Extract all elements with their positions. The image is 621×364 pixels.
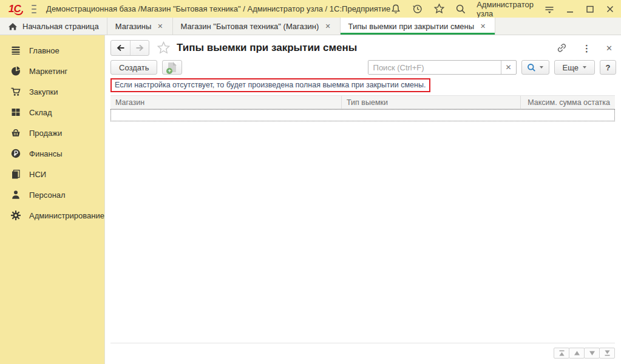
close-tab-icon[interactable]: ✕	[156, 22, 164, 31]
sidebar-item-warehouse[interactable]: Склад	[0, 102, 104, 123]
sidebar-item-nsi[interactable]: НСИ	[0, 164, 104, 184]
form-header: Типы выемки при закрытии смены ⋮ ✕	[110, 39, 616, 56]
minimize-button[interactable]	[565, 4, 575, 14]
favorites-star-icon[interactable]	[433, 3, 445, 15]
close-tab-icon[interactable]: ✕	[479, 22, 487, 31]
tab-home[interactable]: Начальная страница	[0, 18, 107, 35]
current-row-cursor[interactable]	[110, 109, 615, 121]
tab-removal-types[interactable]: Типы выемки при закрытии смены ✕	[341, 18, 496, 35]
column-header-max-balance[interactable]: Максим. сумма остатка	[521, 96, 615, 109]
search-settings-button[interactable]	[521, 60, 549, 75]
list-table: Магазин Тип выемки Максим. сумма остатка	[110, 95, 615, 343]
search-field-group: ✕	[368, 60, 517, 75]
window-title: Демонстрационная база /Магазин "Бытовая …	[46, 4, 390, 13]
open-windows-tabbar: Начальная страница Магазины ✕ Магазин "Б…	[0, 18, 621, 35]
go-up-button[interactable]	[569, 348, 585, 359]
column-header-removal-type[interactable]: Тип выемки	[342, 96, 521, 109]
sidebar-item-personnel[interactable]: Персонал	[0, 184, 104, 205]
global-search-icon[interactable]	[455, 4, 466, 15]
grid-boxes-icon	[10, 107, 21, 118]
chevron-down-icon	[583, 66, 586, 69]
back-button[interactable]	[111, 41, 130, 55]
more-actions-button[interactable]: Еще	[554, 60, 595, 75]
table-body[interactable]	[110, 109, 615, 343]
ruble-circle-icon	[10, 148, 21, 159]
clear-search-icon[interactable]: ✕	[501, 61, 516, 74]
person-icon	[10, 189, 21, 200]
service-menu-icon[interactable]	[544, 4, 555, 14]
more-menu-dots-icon[interactable]: ⋮	[582, 44, 591, 53]
gear-icon	[10, 210, 21, 221]
search-icon	[527, 63, 536, 72]
create-button[interactable]: Создать	[110, 60, 157, 75]
forward-button[interactable]	[130, 41, 149, 55]
go-down-button[interactable]	[584, 348, 600, 359]
list-navigation-buttons	[554, 348, 615, 359]
list-toolbar: Создать + ✕ Еще ?	[110, 59, 616, 75]
notifications-bell-icon[interactable]	[390, 4, 401, 15]
reference-books-icon	[10, 169, 21, 180]
form-panel: Типы выемки при закрытии смены ⋮ ✕ Созда…	[104, 35, 621, 364]
sidebar-item-sales[interactable]: Продажи	[0, 123, 104, 143]
tab-stores[interactable]: Магазины ✕	[107, 18, 173, 35]
cart-icon	[10, 86, 21, 97]
current-user-menu[interactable]: Администратор узла	[477, 0, 534, 18]
sidebar-item-purchases[interactable]: Закупки	[0, 81, 104, 102]
tab-store-appliances[interactable]: Магазин "Бытовая техника" (Магазин) ✕	[173, 18, 341, 35]
go-last-button[interactable]	[599, 348, 615, 359]
sidebar-item-marketing[interactable]: Маркетинг	[0, 61, 104, 81]
chevron-down-icon	[540, 66, 543, 69]
column-header-store[interactable]: Магазин	[110, 96, 342, 109]
main-menu-icon[interactable]	[32, 5, 36, 13]
page-title: Типы выемки при закрытии смены	[177, 42, 357, 54]
1c-logo: 1С	[8, 3, 21, 15]
close-form-icon[interactable]: ✕	[606, 44, 613, 53]
history-icon[interactable]	[412, 3, 423, 15]
close-tab-icon[interactable]: ✕	[324, 22, 331, 31]
home-icon	[8, 22, 18, 31]
help-button[interactable]: ?	[600, 60, 616, 75]
go-first-button[interactable]	[554, 348, 569, 359]
search-input[interactable]	[368, 61, 501, 74]
maximize-button[interactable]	[585, 4, 595, 14]
add-to-favorites-star-icon[interactable]	[157, 41, 171, 55]
list-lines-icon	[10, 45, 21, 56]
table-header-row: Магазин Тип выемки Максим. сумма остатка	[110, 95, 615, 109]
hint-message-highlighted: Если настройка отсутствует, то будет про…	[110, 78, 430, 92]
sidebar-item-administration[interactable]: Администрирование	[0, 205, 104, 226]
window-titlebar: 1С Демонстрационная база /Магазин "Бытов…	[0, 0, 621, 18]
sidebar-item-main[interactable]: Главное	[0, 40, 104, 61]
get-link-icon[interactable]	[555, 42, 568, 54]
new-document-plus-icon: +	[168, 62, 176, 72]
pie-chart-icon	[10, 66, 21, 76]
history-nav-group	[110, 40, 149, 56]
create-group-button[interactable]: +	[162, 60, 182, 75]
close-window-button[interactable]	[605, 4, 615, 14]
sidebar-item-finance[interactable]: Финансы	[0, 143, 104, 164]
basket-icon	[10, 127, 21, 138]
sections-sidebar: Главное Маркетинг Закупки Склад Продажи …	[0, 35, 104, 364]
